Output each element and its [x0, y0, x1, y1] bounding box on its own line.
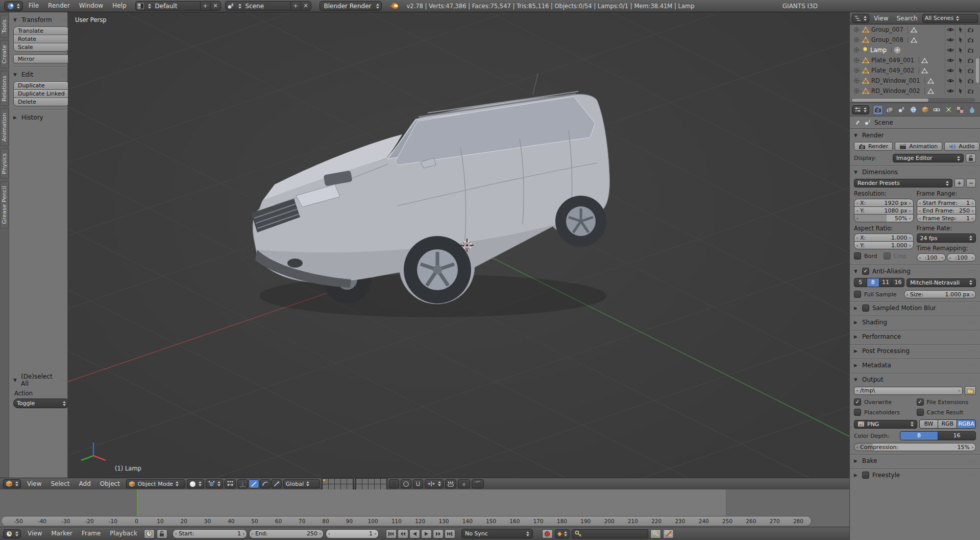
bake-panel-header[interactable]: ▶ Bake ::::: [854, 456, 976, 465]
shading-panel-header[interactable]: ▶ Shading ::::: [854, 318, 976, 327]
timeline-editor-type-button[interactable]: [3, 529, 21, 538]
lock-to-scene-button[interactable]: [389, 479, 399, 488]
panel-grip[interactable]: ::::: [968, 473, 976, 478]
frame-rate-dropdown[interactable]: 24 fps: [917, 233, 976, 243]
action-dropdown[interactable]: Toggle: [13, 398, 69, 408]
layout-add-button[interactable]: +: [200, 2, 210, 10]
screen-layout-selector[interactable]: Default + ✕: [135, 1, 221, 11]
expand-icon[interactable]: [854, 48, 859, 53]
aa-samples-segmented[interactable]: 5 8 11 16: [854, 278, 904, 287]
edit-tool-button[interactable]: Delete: [13, 98, 69, 106]
color-depth-8[interactable]: 8: [900, 432, 938, 440]
aa-sample-16[interactable]: 16: [892, 278, 904, 287]
outliner-horizontal-scrollbar[interactable]: [852, 99, 928, 102]
renderability-toggle[interactable]: [965, 55, 975, 65]
render-panel-header[interactable]: ▼ Render ::::: [854, 131, 976, 140]
object-name[interactable]: Plate_049_002: [869, 67, 916, 74]
timeline-ruler[interactable]: -50-40-30-20-100102030405060708090100110…: [1, 516, 812, 526]
animation-button[interactable]: Animation: [895, 142, 942, 151]
tool-shelf-tab[interactable]: Grease Pencil: [0, 181, 9, 228]
expand-icon[interactable]: [854, 68, 859, 73]
tab-texture[interactable]: [955, 105, 965, 115]
overwrite-checkbox[interactable]: ✓: [854, 398, 861, 406]
proportional-edit-button[interactable]: [401, 479, 411, 488]
crop-checkbox[interactable]: [884, 252, 891, 260]
properties-editor-type-button[interactable]: [852, 105, 869, 114]
visibility-toggle[interactable]: [945, 86, 955, 96]
next-keyframe-button[interactable]: [433, 529, 444, 538]
color-depth-16[interactable]: 16: [938, 432, 975, 440]
full-sample-checkbox[interactable]: [854, 291, 861, 298]
tab-constraints[interactable]: [932, 105, 942, 115]
tool-shelf-tab[interactable]: Create: [0, 40, 9, 68]
transform-panel-header[interactable]: ▼ Transform ::::: [13, 15, 69, 25]
operator-panel-header[interactable]: ▼ (De)select All ::::: [13, 375, 69, 385]
topbar-menu-item[interactable]: Window: [75, 0, 108, 12]
aa-sample-11[interactable]: 11: [879, 278, 892, 287]
tab-scene[interactable]: [896, 105, 906, 115]
layers-grid-1[interactable]: [322, 478, 354, 490]
compression-slider[interactable]: Compression: 15%: [854, 443, 976, 451]
play-reverse-button[interactable]: [409, 529, 420, 538]
start-frame-field[interactable]: Start Frame:1: [917, 199, 976, 207]
opengl-render-anim-button[interactable]: [472, 479, 484, 488]
tab-physics[interactable]: [967, 105, 977, 115]
renderability-toggle[interactable]: [965, 45, 975, 55]
tab-render-layers[interactable]: [885, 105, 895, 115]
panel-grip[interactable]: ::::: [968, 334, 976, 339]
topbar-menu-item[interactable]: Render: [43, 0, 75, 12]
metadata-panel-header[interactable]: ▶ Metadata ::::: [854, 361, 976, 370]
outliner-row[interactable]: RD_Window_002 |: [850, 86, 975, 96]
render-presets-dropdown[interactable]: Render Presets: [854, 179, 952, 187]
tab-world[interactable]: [908, 105, 918, 115]
topbar-menu-item[interactable]: Help: [108, 0, 131, 12]
dimensions-panel-header[interactable]: ▼ Dimensions ::::: [854, 168, 976, 177]
manipulator-toggle-button[interactable]: [237, 479, 248, 488]
expand-icon[interactable]: [854, 58, 859, 63]
lock-frame-button[interactable]: [157, 529, 167, 538]
transform-tool-button[interactable]: Rotate: [13, 35, 69, 43]
delete-keyframe-button[interactable]: [663, 529, 674, 538]
timeline-menu-item[interactable]: View: [23, 528, 46, 539]
output-panel-header[interactable]: ▼ Output ::::: [854, 375, 976, 384]
viewport-menu-item[interactable]: View: [22, 478, 46, 490]
car-model[interactable]: [251, 73, 609, 317]
snap-target-button[interactable]: [445, 479, 456, 488]
motion-blur-checkbox[interactable]: [862, 304, 869, 312]
snap-toggle-button[interactable]: [413, 479, 423, 488]
topbar-menu-item[interactable]: File: [24, 0, 43, 12]
object-name[interactable]: RD_Window_001: [869, 77, 922, 84]
translate-manipulator-button[interactable]: [249, 479, 259, 488]
sync-dropdown[interactable]: No Sync: [461, 529, 533, 538]
expand-icon[interactable]: [854, 78, 859, 83]
auto-keyframe-button[interactable]: [542, 529, 553, 538]
viewport-menu-item[interactable]: Object: [95, 478, 125, 490]
antialiasing-panel-header[interactable]: ▼ ✓ Anti-Aliasing ::::: [854, 267, 976, 276]
aa-sample-8[interactable]: 8: [867, 278, 880, 287]
remap-new-field[interactable]: :100: [947, 253, 976, 262]
pivot-point-dropdown[interactable]: [206, 479, 223, 488]
jump-to-end-button[interactable]: [445, 529, 455, 538]
aa-sample-5[interactable]: 5: [854, 278, 867, 287]
panel-grip[interactable]: ::::: [968, 458, 976, 463]
remap-old-field[interactable]: :100: [917, 253, 946, 262]
layers-grid-2[interactable]: [355, 478, 387, 490]
resolution-y-field[interactable]: Y:1080 px: [854, 206, 914, 215]
timeline-menu-item[interactable]: Marker: [46, 528, 77, 539]
outliner-row[interactable]: RD_Window_001 |: [850, 76, 975, 86]
scene-selector[interactable]: Scene + ✕: [225, 1, 311, 11]
preset-remove-button[interactable]: −: [966, 179, 976, 187]
display-dropdown[interactable]: Image Editor: [893, 154, 964, 162]
color-mode-segmented[interactable]: BW RGB RGBA: [919, 419, 976, 429]
outliner-vertical-scrollbar[interactable]: [976, 58, 979, 83]
output-path-field[interactable]: /tmp\: [854, 387, 963, 395]
outliner-row[interactable]: Plate_049_002 |: [850, 65, 975, 76]
outliner-row[interactable]: Plate_049_001 |: [850, 55, 975, 65]
viewport-3d[interactable]: User Persp (1) Lamp: [68, 12, 849, 478]
visibility-toggle[interactable]: [945, 76, 955, 86]
keying-set-field[interactable]: [572, 529, 648, 538]
freestyle-checkbox[interactable]: [862, 472, 869, 479]
object-name[interactable]: Lamp: [868, 46, 889, 54]
outliner-display-dropdown[interactable]: All Scenes: [922, 14, 978, 23]
object-name[interactable]: Plate_049_001: [869, 57, 916, 64]
